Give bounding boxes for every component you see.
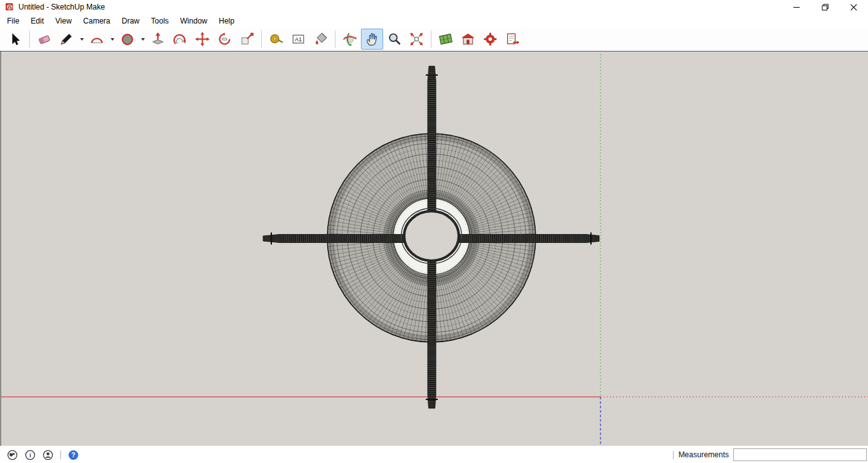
menu-tools[interactable]: Tools — [146, 15, 175, 27]
sign-in-button[interactable] — [43, 450, 53, 460]
menu-help[interactable]: Help — [213, 15, 240, 27]
pencil-icon — [58, 31, 74, 47]
scale-tool-button[interactable] — [236, 29, 258, 50]
help-icon: ? — [68, 450, 79, 460]
paint-bucket-tool-button[interactable] — [309, 29, 332, 50]
line-tool-button[interactable] — [55, 29, 78, 50]
info-icon: i — [25, 450, 36, 460]
window-title: Untitled - SketchUp Make — [18, 3, 105, 11]
3d-warehouse-icon — [460, 31, 476, 47]
arc-tool-dropdown[interactable] — [108, 29, 116, 49]
menu-window[interactable]: Window — [175, 15, 214, 27]
menu-bar: File Edit View Camera Draw Tools Window … — [0, 14, 868, 27]
toolbar-separator — [261, 31, 262, 48]
circle-tool-dropdown[interactable] — [139, 29, 147, 49]
circle-tool-button[interactable] — [116, 29, 139, 50]
arc-icon — [89, 31, 105, 47]
offset-tool-button[interactable] — [169, 29, 191, 50]
toolbar-separator — [335, 31, 336, 48]
menu-draw[interactable]: Draw — [116, 15, 146, 27]
tape-measure-icon — [268, 31, 284, 47]
statusbar-separator — [673, 451, 674, 459]
chevron-down-icon — [141, 38, 145, 41]
menu-view[interactable]: View — [50, 15, 78, 27]
send-to-layout-icon — [505, 31, 520, 47]
scale-icon — [239, 31, 255, 47]
sketchup-window: Untitled - SketchUp Make File Edit View … — [0, 0, 868, 463]
svg-text:A1: A1 — [295, 36, 302, 43]
window-controls — [782, 0, 868, 14]
select-tool-button[interactable] — [4, 29, 26, 50]
circle-icon — [119, 31, 135, 47]
pushpull-tool-button[interactable] — [147, 29, 169, 50]
maximize-button[interactable] — [811, 0, 839, 14]
pan-hand-icon — [364, 31, 380, 47]
rotate-tool-button[interactable] — [214, 29, 236, 50]
line-tool-dropdown[interactable] — [78, 29, 86, 49]
close-button[interactable] — [839, 0, 868, 14]
status-bar: i ? Measurements — [0, 446, 868, 463]
model-canvas[interactable] — [1, 52, 868, 446]
add-location-icon — [438, 31, 454, 47]
zoom-tool-button[interactable] — [383, 29, 405, 50]
toolbar-separator — [431, 31, 431, 48]
toolbar-separator — [29, 31, 30, 48]
svg-text:?: ? — [71, 452, 75, 459]
statusbar-separator — [60, 450, 61, 459]
zoom-extents-tool-button[interactable] — [405, 29, 428, 50]
model-info-button[interactable]: i — [25, 450, 36, 460]
move-tool-button[interactable] — [191, 29, 214, 50]
menu-edit[interactable]: Edit — [25, 15, 50, 27]
person-icon — [43, 450, 53, 460]
offset-icon — [172, 31, 188, 47]
push-pull-icon — [150, 31, 166, 47]
arc-tool-button[interactable] — [86, 29, 108, 50]
pan-tool-button[interactable] — [361, 29, 383, 50]
send-to-layout-button[interactable] — [501, 29, 524, 50]
measurements-label: Measurements — [679, 450, 729, 459]
measurements-area: Measurements — [673, 448, 868, 461]
menu-file[interactable]: File — [1, 15, 25, 27]
move-icon — [194, 31, 210, 47]
rotate-icon — [217, 31, 233, 47]
zoom-icon — [386, 31, 402, 47]
orbit-tool-button[interactable] — [339, 29, 361, 50]
help-button[interactable]: ? — [68, 450, 79, 460]
viewport[interactable] — [0, 52, 868, 446]
titlebar: Untitled - SketchUp Make — [0, 0, 868, 14]
extension-warehouse-button[interactable] — [479, 29, 501, 50]
eraser-tool-button[interactable] — [33, 29, 55, 50]
measurements-input[interactable] — [733, 448, 867, 461]
warehouse-3d-button[interactable] — [457, 29, 479, 50]
add-location-button[interactable] — [435, 29, 457, 50]
extension-warehouse-icon — [482, 31, 498, 47]
svg-text:i: i — [29, 452, 31, 459]
toolbar: A1 — [0, 27, 868, 52]
globe-icon — [7, 450, 18, 460]
minimize-button[interactable] — [782, 0, 811, 14]
geolocation-button[interactable] — [7, 450, 18, 460]
eraser-icon — [36, 31, 52, 47]
text-tool-button[interactable]: A1 — [287, 29, 309, 50]
chevron-down-icon — [111, 38, 114, 41]
orbit-icon — [342, 31, 358, 47]
paint-bucket-icon — [313, 31, 329, 47]
chevron-down-icon — [80, 38, 84, 41]
select-cursor-icon — [7, 31, 23, 47]
sketchup-logo-icon — [5, 3, 14, 11]
text-tool-icon: A1 — [290, 31, 306, 47]
tape-measure-tool-button[interactable] — [265, 29, 287, 50]
menu-camera[interactable]: Camera — [78, 15, 116, 27]
zoom-extents-icon — [409, 31, 424, 47]
